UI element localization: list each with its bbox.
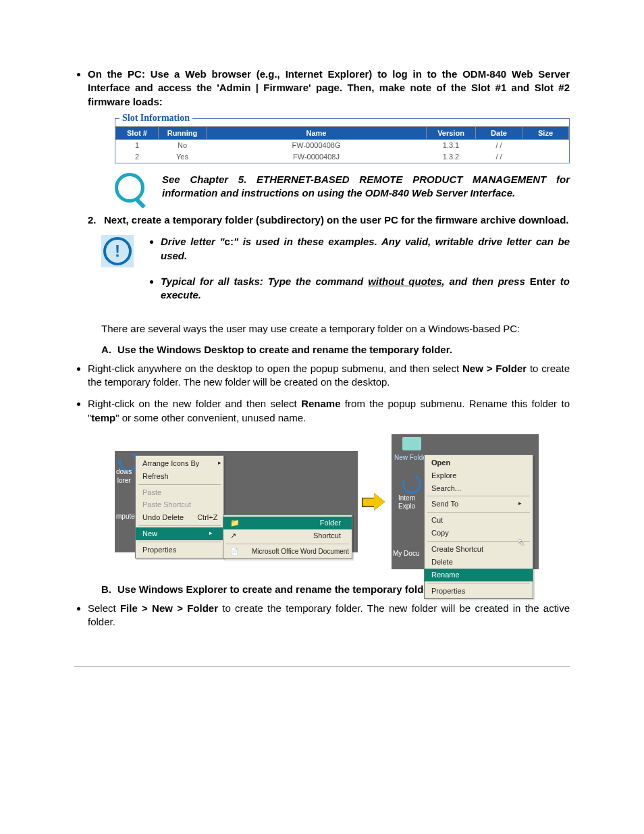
col-running: Running (159, 126, 207, 140)
menu-paste: Paste (136, 486, 223, 499)
see-note-text: See Chapter 5. ETHERNET-BASED REMOTE PRO… (162, 173, 570, 201)
r2-date: / / (476, 151, 522, 163)
step-2-num: 2. (88, 213, 104, 227)
desktop-context-menu: Arrange Icons By Refresh Paste Paste Sho… (135, 455, 224, 558)
see-lead: See (162, 174, 190, 185)
menu-properties[interactable]: Properties (136, 544, 223, 556)
col-version: Version (427, 126, 476, 140)
explo-label: Explo (398, 502, 415, 511)
fmenu-create-shortcut[interactable]: Create Shortcut (425, 543, 533, 556)
r2-slot: 2 (116, 151, 159, 163)
menu-undo[interactable]: Undo DeleteCtrl+Z (136, 511, 223, 524)
b-bullets: Select File > New > Folder to create the… (74, 602, 570, 629)
fmenu-rename[interactable]: Rename (425, 569, 533, 581)
para-several-ways: There are several ways the user may use … (101, 322, 570, 336)
cb1-pre: Drive letter " (161, 236, 225, 247)
a-b1-pre: Right-click anywhere on the desktop to o… (88, 363, 462, 374)
cb2-enter: Enter (530, 276, 556, 287)
fmenu-sendto[interactable]: Send To (425, 498, 533, 511)
a-b2-bold1: Rename (301, 398, 340, 409)
fmenu-cut[interactable]: Cut (425, 514, 533, 527)
a-b2-pre: Right-click on the new folder and then s… (88, 398, 301, 409)
r1-slot: 1 (116, 140, 159, 151)
col-name: Name (207, 126, 427, 140)
bullet-on-pc-text: On the PC: Use a Web browser (e.g., Inte… (88, 68, 570, 107)
ie-icon-2 (400, 472, 424, 496)
slot-information-box: Slot Information Slot # Running Name Ver… (115, 118, 570, 163)
menu-refresh[interactable]: Refresh (136, 470, 223, 483)
r1-name: FW-0000408G (207, 140, 427, 151)
menu-new[interactable]: New (136, 527, 223, 540)
r2-version: 1.3.2 (427, 151, 476, 163)
slot-info-table: Slot # Running Name Version Date Size 1 … (115, 126, 569, 163)
slot-header-row: Slot # Running Name Version Date Size (116, 126, 569, 140)
r2-size (522, 151, 569, 163)
col-slot: Slot # (116, 126, 159, 140)
new-submenu: 📁 Folder ↗ Shortcut 📄 Microsoft Office W… (223, 515, 352, 559)
fmenu-copy[interactable]: Copy (425, 527, 533, 540)
fmenu-properties[interactable]: Properties (425, 585, 533, 598)
fmenu-explore[interactable]: Explore (425, 469, 533, 482)
a-bullet-2: Right-click on the new folder and then s… (88, 397, 570, 425)
magnify-icon (115, 173, 153, 203)
a-b1-bold: New > Folder (462, 363, 527, 374)
a-b2-post: " or some other convenient, unused name. (115, 412, 306, 423)
menu-paste-shortcut: Paste Shortcut (136, 498, 223, 511)
mydocu-label: My Docu (393, 549, 419, 558)
cb2-pre: Typical for all tasks: Type the command (161, 276, 368, 287)
r2-name: FW-0000408J (207, 151, 427, 163)
caution-bullet-drive: Drive letter "c:" is used in these examp… (161, 235, 570, 263)
submenu-word[interactable]: 📄 Microsoft Office Word Document (223, 546, 352, 558)
r1-version: 1.3.1 (427, 140, 476, 151)
b-bullet-1: Select File > New > Folder to create the… (88, 602, 570, 629)
col-size: Size (522, 126, 569, 140)
section-a: A. Use the Windows Desktop to create and… (101, 343, 570, 357)
cb2-mid: , and then press (442, 276, 530, 287)
step-2-text: Next, create a temporary folder (subdire… (104, 213, 570, 227)
desklabel-2: mpute (116, 512, 135, 521)
submenu-folder[interactable]: 📁 Folder (223, 517, 352, 529)
folder-icon (402, 437, 421, 450)
bullet-on-pc: On the PC: Use a Web browser (e.g., Inte… (88, 68, 570, 109)
r1-running: No (159, 140, 207, 151)
b-b1-pre: Select (88, 602, 120, 614)
submenu-shortcut[interactable]: ↗ Shortcut (223, 529, 352, 542)
col-date: Date (476, 126, 522, 140)
b-b1-bold: File > New > Folder (120, 602, 218, 614)
a-title: Use the Windows Desktop to create and re… (117, 343, 570, 357)
cursor-icon: ↖ (517, 536, 525, 549)
r1-date: / / (476, 140, 522, 151)
context-menu-screenshots: dowslorer mpute Arrange Icons By Refresh… (115, 434, 570, 569)
screenshot-rename: New Folder Intern Explo My Docu Open Exp… (392, 434, 539, 569)
caution-bullet-typical: Typical for all tasks: Type the command … (161, 275, 570, 303)
fmenu-delete[interactable]: Delete (425, 556, 533, 569)
a-b2-bold2: temp (91, 412, 115, 423)
folder-context-menu: Open Explore Search... Send To Cut Copy … (424, 454, 533, 599)
a-letter: A. (101, 343, 117, 357)
slot-row-1: 1 No FW-0000408G 1.3.1 / / (116, 140, 569, 151)
see-note-callout: See Chapter 5. ETHERNET-BASED REMOTE PRO… (115, 173, 570, 203)
arrow-icon (362, 493, 387, 511)
step-2: 2. Next, create a temporary folder (subd… (88, 213, 570, 227)
r2-running: Yes (159, 151, 207, 163)
a-bullet-1: Right-click anywhere on the desktop to o… (88, 362, 570, 390)
bullet-list-top: On the PC: Use a Web browser (e.g., Inte… (74, 68, 570, 109)
see-body: Chapter 5. ETHERNET-BASED REMOTE PRODUCT… (162, 174, 570, 199)
menu-arrange[interactable]: Arrange Icons By (136, 457, 223, 470)
caution-body: Drive letter "c:" is used in these examp… (149, 235, 570, 311)
slot-info-title: Slot Information (119, 112, 192, 125)
desklabel-1: dowslorer (116, 467, 132, 486)
fmenu-search[interactable]: Search... (425, 482, 533, 495)
fmenu-open[interactable]: Open (425, 457, 533, 469)
slot-row-2: 2 Yes FW-0000408J 1.3.2 / / (116, 151, 569, 163)
cb2-u: without quotes (368, 276, 441, 287)
a-bullets: Right-click anywhere on the desktop to o… (74, 362, 570, 425)
screenshot-new-folder: dowslorer mpute Arrange Icons By Refresh… (115, 451, 358, 552)
caution-icon: ! (101, 235, 139, 267)
document-page: On the PC: Use a Web browser (e.g., Inte… (74, 68, 570, 667)
r1-size (522, 140, 569, 151)
b-letter: B. (101, 583, 117, 596)
caution-callout: ! Drive letter "c:" is used in these exa… (101, 235, 570, 311)
cb1-c: c: (225, 236, 234, 247)
